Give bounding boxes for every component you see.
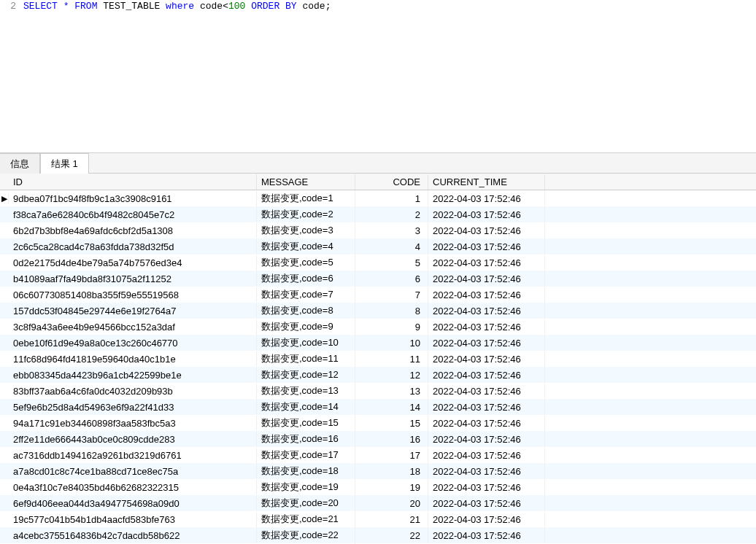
table-row[interactable]: 3c8f9a43a6ee4b9e94566bcc152a3daf数据变更,cod… [0, 319, 756, 335]
cell-id[interactable]: 157ddc53f04845e29744e6e19f2764a7 [9, 303, 257, 319]
cell-id[interactable]: 6b2d7b3bbf8e4a69afdc6cbf2d5a1308 [9, 223, 257, 238]
table-row[interactable]: 6ef9d406eea044d3a4947754698a09d0数据变更,cod… [0, 495, 756, 511]
cell-message[interactable]: 数据变更,code=20 [257, 494, 355, 512]
cell-time[interactable]: 2022-04-03 17:52:46 [428, 207, 545, 222]
cell-id[interactable]: 0e4a3f10c7e84035bd46b62682322315 [9, 480, 257, 495]
cell-code[interactable]: 4 [355, 239, 428, 254]
cell-id[interactable]: 9dbea07f1bc94f8fb9c1a3c3908c9161 [9, 191, 257, 206]
cell-code[interactable]: 1 [355, 191, 428, 206]
cell-id[interactable]: 2c6c5ca28cad4c78a63fdda738d32f5d [9, 239, 257, 254]
cell-time[interactable]: 2022-04-03 17:52:46 [428, 384, 545, 399]
cell-time[interactable]: 2022-04-03 17:52:46 [428, 416, 545, 431]
sql-editor-pane[interactable]: 2 SELECT * FROM TEST_TABLE where code<10… [0, 0, 756, 153]
table-row[interactable]: 94a171c91eb34460898f3aa583fbc5a3数据变更,cod… [0, 415, 756, 431]
table-row[interactable]: 06c607730851408ba355f59e55519568数据变更,cod… [0, 287, 756, 303]
table-row[interactable]: b41089aaf7fa49bda8f31075a2f11252数据变更,cod… [0, 271, 756, 287]
column-header-message[interactable]: MESSAGE [257, 174, 355, 190]
cell-time[interactable]: 2022-04-03 17:52:46 [428, 239, 545, 254]
cell-time[interactable]: 2022-04-03 17:52:46 [428, 271, 545, 287]
cell-time[interactable]: 2022-04-03 17:52:46 [428, 448, 545, 463]
cell-time[interactable]: 2022-04-03 17:52:46 [428, 496, 545, 511]
cell-code[interactable]: 20 [355, 496, 428, 511]
cell-code[interactable]: 6 [355, 271, 428, 287]
column-header-id[interactable]: ID [9, 174, 257, 190]
table-row[interactable]: 0ebe10f61d9e49a8a0ce13c260c46770数据变更,cod… [0, 335, 756, 351]
cell-id[interactable]: 3c8f9a43a6ee4b9e94566bcc152a3daf [9, 319, 257, 335]
cell-message[interactable]: 数据变更,code=19 [257, 478, 355, 496]
cell-message[interactable]: 数据变更,code=15 [257, 414, 355, 432]
cell-message[interactable]: 数据变更,code=4 [257, 238, 355, 255]
cell-id[interactable]: 94a171c91eb34460898f3aa583fbc5a3 [9, 416, 257, 431]
cell-message[interactable]: 数据变更,code=11 [257, 350, 355, 368]
table-row[interactable]: 83bff37aab6a4c6fa0dc4032d209b93b数据变更,cod… [0, 383, 756, 399]
cell-code[interactable]: 13 [355, 384, 428, 399]
sql-editor-line[interactable]: 2 SELECT * FROM TEST_TABLE where code<10… [0, 0, 756, 13]
cell-id[interactable]: a7a8cd01c8c74ce1ba88cd71ce8ec75a [9, 464, 257, 479]
cell-message[interactable]: 数据变更,code=14 [257, 398, 355, 416]
table-row[interactable]: a4cebc3755164836b42c7dacdb58b622数据变更,cod… [0, 527, 756, 543]
column-header-time[interactable]: CURRENT_TIME [428, 174, 545, 190]
cell-time[interactable]: 2022-04-03 17:52:46 [428, 351, 545, 367]
cell-time[interactable]: 2022-04-03 17:52:46 [428, 319, 545, 335]
cell-id[interactable]: ebb083345da4423b96a1cb422599be1e [9, 368, 257, 383]
cell-time[interactable]: 2022-04-03 17:52:46 [428, 335, 545, 351]
cell-id[interactable]: 0ebe10f61d9e49a8a0ce13c260c46770 [9, 335, 257, 351]
cell-message[interactable]: 数据变更,code=21 [257, 510, 355, 528]
cell-message[interactable]: 数据变更,code=2 [257, 206, 355, 223]
cell-id[interactable]: 2ff2e11de666443ab0ce0c809cdde283 [9, 432, 257, 447]
cell-time[interactable]: 2022-04-03 17:52:46 [428, 480, 545, 495]
cell-id[interactable]: 5ef9e6b25d8a4d54963e6f9a22f41d33 [9, 400, 257, 415]
cell-id[interactable]: 06c607730851408ba355f59e55519568 [9, 287, 257, 303]
table-row[interactable]: 5ef9e6b25d8a4d54963e6f9a22f41d33数据变更,cod… [0, 399, 756, 415]
table-row[interactable]: f38ca7a6e62840c6b4f9482c8045e7c2数据变更,cod… [0, 206, 756, 222]
cell-id[interactable]: b41089aaf7fa49bda8f31075a2f11252 [9, 271, 257, 287]
cell-time[interactable]: 2022-04-03 17:52:46 [428, 464, 545, 479]
table-row[interactable]: 0d2e2175d4de4be79a5a74b7576ed3e4数据变更,cod… [0, 254, 756, 271]
cell-code[interactable]: 12 [355, 368, 428, 383]
cell-code[interactable]: 18 [355, 464, 428, 479]
cell-message[interactable]: 数据变更,code=5 [257, 254, 355, 271]
table-row[interactable]: 11fc68d964fd41819e59640da40c1b1e数据变更,cod… [0, 351, 756, 367]
cell-code[interactable]: 19 [355, 480, 428, 495]
cell-message[interactable]: 数据变更,code=6 [257, 270, 355, 287]
table-row[interactable]: 2ff2e11de666443ab0ce0c809cdde283数据变更,cod… [0, 431, 756, 447]
cell-code[interactable]: 17 [355, 448, 428, 463]
cell-id[interactable]: 6ef9d406eea044d3a4947754698a09d0 [9, 496, 257, 511]
table-row[interactable]: 0e4a3f10c7e84035bd46b62682322315数据变更,cod… [0, 479, 756, 495]
table-row[interactable]: 157ddc53f04845e29744e6e19f2764a7数据变更,cod… [0, 303, 756, 319]
cell-id[interactable]: f38ca7a6e62840c6b4f9482c8045e7c2 [9, 207, 257, 222]
cell-code[interactable]: 8 [355, 303, 428, 319]
cell-time[interactable]: 2022-04-03 17:52:46 [428, 512, 545, 527]
table-row[interactable]: 2c6c5ca28cad4c78a63fdda738d32f5d数据变更,cod… [0, 238, 756, 254]
cell-code[interactable]: 16 [355, 432, 428, 447]
table-row[interactable]: ▶9dbea07f1bc94f8fb9c1a3c3908c9161数据变更,co… [0, 190, 756, 206]
cell-message[interactable]: 数据变更,code=12 [257, 366, 355, 384]
cell-time[interactable]: 2022-04-03 17:52:46 [428, 528, 545, 543]
cell-message[interactable]: 数据变更,code=22 [257, 526, 355, 544]
cell-code[interactable]: 5 [355, 255, 428, 271]
cell-message[interactable]: 数据变更,code=9 [257, 318, 355, 335]
cell-time[interactable]: 2022-04-03 17:52:46 [428, 303, 545, 319]
cell-time[interactable]: 2022-04-03 17:52:46 [428, 191, 545, 206]
table-row[interactable]: a7a8cd01c8c74ce1ba88cd71ce8ec75a数据变更,cod… [0, 463, 756, 479]
cell-code[interactable]: 11 [355, 351, 428, 367]
cell-code[interactable]: 22 [355, 528, 428, 543]
sql-text[interactable]: SELECT * FROM TEST_TABLE where code<100 … [23, 0, 331, 13]
cell-code[interactable]: 2 [355, 207, 428, 222]
cell-time[interactable]: 2022-04-03 17:52:46 [428, 255, 545, 271]
cell-time[interactable]: 2022-04-03 17:52:46 [428, 287, 545, 303]
cell-message[interactable]: 数据变更,code=1 [257, 190, 355, 207]
cell-code[interactable]: 3 [355, 223, 428, 238]
cell-id[interactable]: 83bff37aab6a4c6fa0dc4032d209b93b [9, 384, 257, 399]
table-row[interactable]: 19c577c041b54b1db4aacfd583bfe763数据变更,cod… [0, 511, 756, 527]
cell-message[interactable]: 数据变更,code=3 [257, 222, 355, 239]
cell-id[interactable]: 0d2e2175d4de4be79a5a74b7576ed3e4 [9, 255, 257, 271]
cell-message[interactable]: 数据变更,code=7 [257, 286, 355, 303]
cell-message[interactable]: 数据变更,code=18 [257, 462, 355, 480]
table-row[interactable]: 6b2d7b3bbf8e4a69afdc6cbf2d5a1308数据变更,cod… [0, 222, 756, 238]
cell-message[interactable]: 数据变更,code=16 [257, 430, 355, 448]
cell-code[interactable]: 15 [355, 416, 428, 431]
cell-id[interactable]: 11fc68d964fd41819e59640da40c1b1e [9, 351, 257, 367]
cell-code[interactable]: 10 [355, 335, 428, 351]
cell-message[interactable]: 数据变更,code=10 [257, 334, 355, 351]
